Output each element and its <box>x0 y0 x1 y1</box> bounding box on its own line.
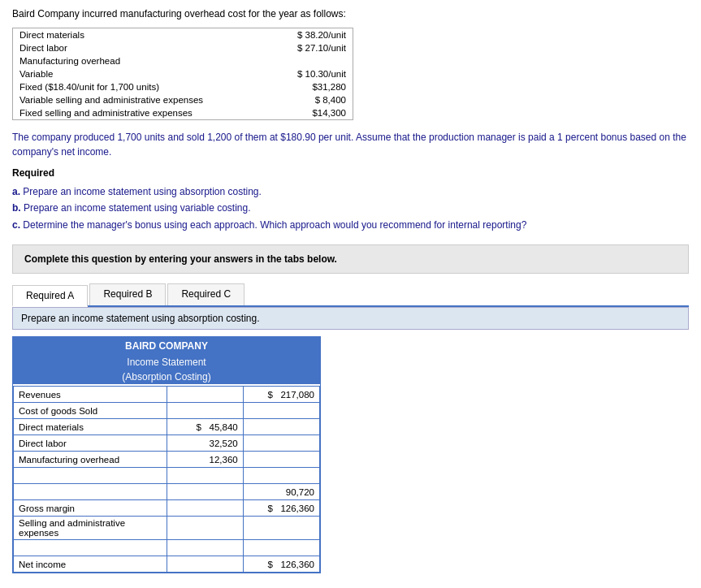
required-label: Required <box>12 167 689 179</box>
income-statement: BAIRD COMPANY Income Statement (Absorpti… <box>12 336 321 573</box>
is-mid <box>167 517 243 540</box>
is-mid <box>167 500 243 517</box>
cost-label: Variable <box>13 67 246 80</box>
company-name: BAIRD COMPANY <box>13 337 320 355</box>
cost-value: $ 10.30/unit <box>245 67 353 80</box>
is-label <box>14 540 167 556</box>
is-title: Income Statement <box>13 355 320 370</box>
is-row: Net income$ 126,360 <box>14 556 320 573</box>
is-right: $ 126,360 <box>243 500 319 517</box>
required-items: a. Prepare an income statement using abs… <box>12 184 689 233</box>
is-label <box>14 484 167 500</box>
is-label: Cost of goods Sold <box>14 403 167 419</box>
cost-table-row: Variable selling and administrative expe… <box>13 93 353 106</box>
is-label: Direct labor <box>14 435 167 452</box>
cost-label: Manufacturing overhead <box>13 54 246 67</box>
required-item: a. Prepare an income statement using abs… <box>12 184 689 200</box>
is-label <box>14 468 167 484</box>
is-row: Selling and administrative expenses <box>14 517 320 540</box>
is-row <box>14 540 320 556</box>
is-mid <box>167 387 243 403</box>
complete-box: Complete this question by entering your … <box>12 244 689 274</box>
is-label: Manufacturing overhead <box>14 452 167 468</box>
required-item-letter: c. <box>12 219 20 231</box>
cost-label: Direct labor <box>13 41 246 54</box>
is-right <box>243 435 319 452</box>
is-table: Revenues$ 217,080Cost of goods SoldDirec… <box>13 386 320 573</box>
cost-label: Direct materials <box>13 28 246 42</box>
cost-table: Direct materials$ 38.20/unitDirect labor… <box>12 28 353 120</box>
is-mid <box>167 556 243 573</box>
required-item-letter: b. <box>12 202 21 214</box>
tabs-row: Required ARequired BRequired C <box>12 283 689 307</box>
cost-value <box>245 54 353 67</box>
cost-value: $31,280 <box>245 80 353 93</box>
is-label: Selling and administrative expenses <box>14 517 167 540</box>
is-row: Revenues$ 217,080 <box>14 387 320 403</box>
tab-required-a[interactable]: Required A <box>12 285 88 307</box>
is-mid: 32,520 <box>167 435 243 452</box>
is-mid <box>167 403 243 419</box>
is-right <box>243 419 319 435</box>
is-label: Direct materials <box>14 419 167 435</box>
required-item-letter: a. <box>12 186 20 197</box>
is-row: Direct materials$ 45,840 <box>14 419 320 435</box>
is-right <box>243 452 319 468</box>
cost-table-row: Variable$ 10.30/unit <box>13 67 353 80</box>
is-row: Direct labor32,520 <box>14 435 320 452</box>
is-label: Gross margin <box>14 500 167 517</box>
cost-value: $14,300 <box>245 106 353 120</box>
is-mid: 12,360 <box>167 452 243 468</box>
is-mid <box>167 468 243 484</box>
is-right <box>243 517 319 540</box>
is-row: Gross margin$ 126,360 <box>14 500 320 517</box>
is-right <box>243 468 319 484</box>
is-mid <box>167 484 243 500</box>
description-text: The company produced 1,700 units and sol… <box>12 130 689 159</box>
is-row <box>14 468 320 484</box>
cost-label: Variable selling and administrative expe… <box>13 93 246 106</box>
cost-value: $ 38.20/unit <box>245 28 353 42</box>
cost-table-row: Direct materials$ 38.20/unit <box>13 28 353 42</box>
is-right: 90,720 <box>243 484 319 500</box>
is-right: $ 217,080 <box>243 387 319 403</box>
is-mid <box>167 540 243 556</box>
cost-table-row: Direct labor$ 27.10/unit <box>13 41 353 54</box>
is-mid: $ 45,840 <box>167 419 243 435</box>
cost-table-row: Fixed ($18.40/unit for 1,700 units)$31,2… <box>13 80 353 93</box>
cost-table-row: Fixed selling and administrative expense… <box>13 106 353 120</box>
is-subtitle: (Absorption Costing) <box>13 370 320 384</box>
is-row: Cost of goods Sold <box>14 403 320 419</box>
prepare-label: Prepare an income statement using absorp… <box>12 307 689 330</box>
required-item: c. Determine the manager's bonus using e… <box>12 217 689 233</box>
cost-value: $ 8,400 <box>245 93 353 106</box>
cost-table-row: Manufacturing overhead <box>13 54 353 67</box>
intro-text: Baird Company incurred manufacturing ove… <box>12 8 689 19</box>
is-label: Net income <box>14 556 167 573</box>
cost-value: $ 27.10/unit <box>245 41 353 54</box>
cost-label: Fixed ($18.40/unit for 1,700 units) <box>13 80 246 93</box>
is-right <box>243 540 319 556</box>
is-row: 90,720 <box>14 484 320 500</box>
tab-required-c[interactable]: Required C <box>167 283 244 305</box>
is-right <box>243 403 319 419</box>
is-row: Manufacturing overhead12,360 <box>14 452 320 468</box>
tab-required-b[interactable]: Required B <box>89 283 166 305</box>
is-label: Revenues <box>14 387 167 403</box>
is-right: $ 126,360 <box>243 556 319 573</box>
cost-label: Fixed selling and administrative expense… <box>13 106 246 120</box>
required-item: b. Prepare an income statement using var… <box>12 200 689 216</box>
